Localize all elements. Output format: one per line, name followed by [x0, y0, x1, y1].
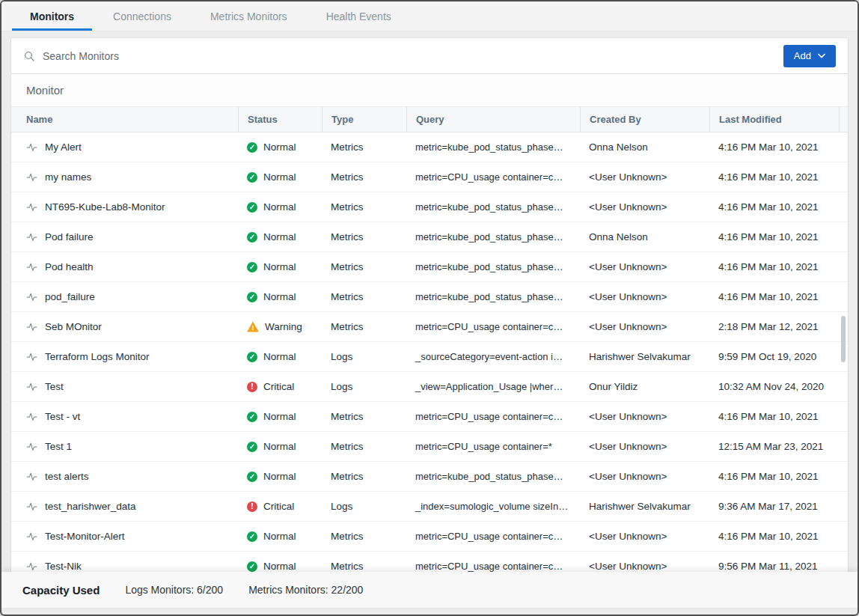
add-button[interactable]: Add	[783, 45, 836, 67]
table-row[interactable]: Pod failure ✓ Normal Metrics metric=kube…	[11, 222, 848, 252]
monitor-activity-icon	[26, 351, 37, 362]
monitor-type: Metrics	[322, 312, 406, 341]
monitor-last-modified: 4:16 PM Mar 10, 2021	[709, 252, 839, 281]
search-icon	[23, 50, 35, 62]
status-label: Normal	[263, 351, 296, 362]
monitor-activity-icon	[26, 441, 37, 452]
monitor-status-cell: ✓ Normal	[238, 462, 322, 491]
monitor-name: Pod failure	[45, 231, 94, 243]
status-label: Normal	[263, 141, 296, 153]
table-row[interactable]: My Alert ✓ Normal Metrics metric=kube_po…	[11, 132, 848, 162]
status-icon: ✓	[247, 352, 257, 362]
monitor-activity-icon	[26, 471, 37, 482]
monitor-last-modified: 9:36 AM Mar 17, 2021	[709, 492, 839, 521]
tab-metrics-monitors[interactable]: Metrics Monitors	[191, 1, 307, 31]
column-header-gutter	[839, 107, 858, 132]
top-tab-bar: Monitors Connections Metrics Monitors He…	[1, 1, 858, 31]
status-icon: !	[247, 382, 257, 392]
table-row[interactable]: NT695-Kube-Lab8-Monitor ✓ Normal Metrics…	[11, 192, 848, 222]
status-label: Warning	[265, 321, 302, 332]
status-icon: ✓	[247, 262, 257, 272]
table-row[interactable]: Test - vt ✓ Normal Metrics metric=CPU_us…	[11, 402, 848, 432]
status-label: Critical	[263, 381, 294, 392]
tab-health-events-label: Health Events	[326, 10, 391, 22]
column-header-name[interactable]: Name	[11, 107, 238, 132]
monitor-status-cell: ✓ Normal	[238, 132, 322, 162]
table-row[interactable]: Seb MOnitor ! Warning Metrics metric=CPU…	[11, 312, 848, 342]
monitor-activity-icon	[26, 321, 37, 332]
tab-health-events[interactable]: Health Events	[307, 1, 411, 31]
table-row[interactable]: my names ✓ Normal Metrics metric=CPU_usa…	[11, 162, 848, 192]
row-gutter	[839, 372, 857, 401]
monitor-name-cell: Test-Monitor-Alert	[11, 522, 238, 551]
monitor-query: metric=kube_pod_status_phase…	[406, 192, 580, 222]
monitor-created-by: Harishwer Selvakumar	[580, 342, 709, 371]
monitor-created-by: <User Unknown>	[580, 162, 709, 192]
monitor-created-by: <User Unknown>	[580, 432, 709, 461]
column-header-last-modified[interactable]: Last Modified	[709, 107, 839, 132]
column-header-query[interactable]: Query	[406, 107, 580, 132]
status-icon: ✓	[247, 142, 257, 153]
monitor-last-modified: 4:16 PM Mar 10, 2021	[709, 192, 839, 222]
monitor-query: metric=kube_pod_status_phase…	[406, 222, 580, 251]
table-row[interactable]: test_harishwer_data ! Critical Logs _ind…	[11, 492, 848, 522]
row-gutter	[839, 132, 857, 162]
status-icon: ✓	[247, 232, 257, 243]
row-gutter	[839, 492, 857, 521]
monitor-name: NT695-Kube-Lab8-Monitor	[45, 201, 165, 213]
row-gutter	[839, 222, 857, 251]
status-label: Normal	[263, 561, 296, 572]
monitors-app-window: Monitors Connections Metrics Monitors He…	[0, 0, 859, 616]
monitor-name: my names	[45, 171, 91, 183]
monitor-type: Metrics	[322, 432, 406, 461]
section-title: Monitor	[11, 74, 848, 107]
monitor-last-modified: 4:16 PM Mar 10, 2021	[709, 162, 839, 192]
status-icon: !	[247, 322, 259, 332]
column-header-status[interactable]: Status	[238, 107, 322, 132]
table-row[interactable]: pod_failure ✓ Normal Metrics metric=kube…	[11, 282, 848, 312]
search-input[interactable]	[43, 50, 783, 62]
monitor-type: Metrics	[322, 462, 406, 491]
monitor-table-body: My Alert ✓ Normal Metrics metric=kube_po…	[11, 132, 848, 582]
monitor-activity-icon	[26, 231, 37, 243]
status-label: Normal	[263, 441, 296, 452]
table-row[interactable]: test alerts ✓ Normal Metrics metric=kube…	[11, 462, 848, 492]
column-header-created-by[interactable]: Created By	[580, 107, 709, 132]
status-icon: ✓	[247, 202, 257, 213]
tab-monitors[interactable]: Monitors	[10, 1, 94, 31]
table-row[interactable]: Test-Monitor-Alert ✓ Normal Metrics metr…	[11, 522, 848, 552]
row-gutter	[839, 162, 857, 192]
monitor-query: metric=CPU_usage container=*	[406, 432, 580, 461]
monitor-status-cell: ! Warning	[238, 312, 322, 341]
monitor-query: metric=CPU_usage container=c…	[406, 162, 580, 192]
monitor-last-modified: 4:16 PM Mar 10, 2021	[709, 402, 839, 431]
monitor-activity-icon	[26, 411, 37, 422]
monitor-created-by: <User Unknown>	[580, 402, 709, 431]
monitor-name: pod_failure	[45, 291, 95, 302]
monitor-type: Metrics	[322, 252, 406, 281]
monitor-status-cell: ✓ Normal	[238, 282, 322, 311]
monitor-name-cell: Test - vt	[11, 402, 238, 431]
table-row[interactable]: Terraform Logs Monitor ✓ Normal Logs _so…	[11, 342, 848, 372]
monitor-name-cell: Pod health	[11, 252, 238, 281]
monitor-name: My Alert	[45, 141, 82, 153]
metrics-monitors-capacity: Metrics Monitors: 22/200	[248, 584, 363, 596]
chevron-down-icon	[818, 53, 825, 58]
table-row[interactable]: Test ! Critical Logs _view=Application_U…	[11, 372, 848, 402]
monitor-activity-icon	[26, 291, 37, 302]
monitor-activity-icon	[26, 531, 37, 542]
monitor-last-modified: 12:15 AM Mar 23, 2021	[709, 432, 839, 461]
tab-connections[interactable]: Connections	[94, 1, 191, 31]
monitor-name: Test-Monitor-Alert	[45, 531, 125, 542]
monitor-status-cell: ✓ Normal	[238, 252, 322, 281]
table-row[interactable]: Test 1 ✓ Normal Metrics metric=CPU_usage…	[11, 432, 848, 462]
status-label: Normal	[263, 171, 296, 183]
vertical-scrollbar-thumb[interactable]	[841, 316, 846, 362]
monitor-name: Test 1	[45, 441, 72, 452]
monitor-table-panel: Monitor Name Status Type Query Created B…	[10, 74, 849, 582]
monitor-type: Metrics	[322, 132, 406, 162]
status-icon: ✓	[247, 292, 257, 302]
monitor-query: metric=CPU_usage container=c…	[406, 522, 580, 551]
column-header-type[interactable]: Type	[322, 107, 406, 132]
table-row[interactable]: Pod health ✓ Normal Metrics metric=kube_…	[11, 252, 848, 282]
